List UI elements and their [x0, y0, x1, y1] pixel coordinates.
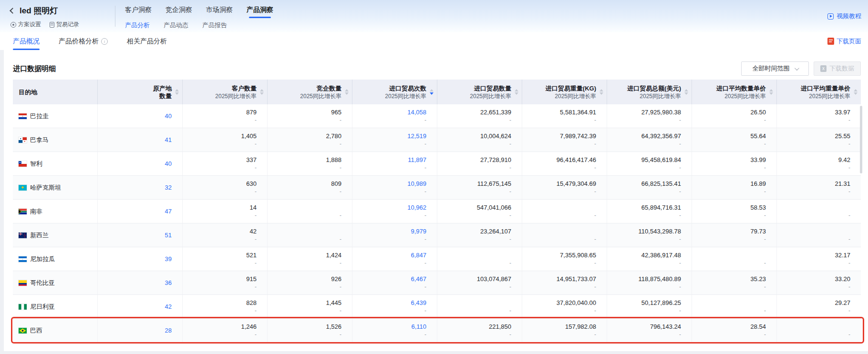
flag-nz-icon	[19, 233, 27, 238]
origin-count-link[interactable]: 39	[165, 255, 172, 263]
sort-icons[interactable]	[599, 89, 603, 95]
cell-growth-rate: -	[424, 117, 426, 124]
sort-icons[interactable]	[260, 89, 264, 95]
trade-count-link[interactable]: 9,979	[411, 227, 426, 235]
column-header[interactable]: 目的地	[13, 80, 98, 104]
sort-icons[interactable]	[345, 89, 349, 95]
quick-link-plan-settings[interactable]: 方案设置	[10, 20, 41, 29]
back-icon[interactable]	[10, 8, 16, 14]
trade-count-link[interactable]: 11,897	[408, 156, 426, 164]
table-row[interactable]: 尼日利亚42828-1,445-6,439--37,820,040.00-50,…	[13, 295, 861, 319]
column-header[interactable]: 原产地数量	[98, 80, 183, 104]
sort-desc-icon[interactable]	[430, 92, 434, 95]
metric-cell: 1,424-	[268, 247, 352, 271]
cell-growth-rate: -	[509, 331, 511, 338]
secondary-nav-item[interactable]: 产品分析	[125, 21, 150, 30]
sort-asc-icon[interactable]	[854, 89, 858, 91]
table-row[interactable]: 智利40337-1,888-11,897-27,728,910-96,416,4…	[13, 152, 861, 176]
sort-icons[interactable]	[515, 89, 518, 95]
destination-cell: 哥伦比亚	[13, 271, 98, 294]
primary-nav-item[interactable]: 竞企洞察	[165, 6, 192, 14]
secondary-nav-item[interactable]: 产品动态	[164, 21, 188, 30]
column-header[interactable]: 进口贸易总额(美元)2025同比增长率	[607, 80, 692, 104]
sort-asc-icon[interactable]	[599, 89, 603, 91]
origin-count-link[interactable]: 41	[165, 136, 172, 144]
sort-asc-icon[interactable]	[515, 89, 518, 91]
column-header[interactable]: 进口平均重量单价2025同比增长率	[777, 80, 861, 104]
trade-count-link[interactable]: 6,467	[411, 275, 426, 283]
tab-item[interactable]: 产品概况	[13, 32, 40, 50]
sort-asc-icon[interactable]	[430, 89, 434, 91]
sort-asc-icon[interactable]	[175, 89, 179, 91]
table-row[interactable]: 哥伦比亚36915-926-6,467-103,074,867-14,951,7…	[13, 271, 861, 295]
origin-count-link[interactable]: 32	[165, 183, 172, 192]
trade-count-link[interactable]: 6,110	[411, 323, 426, 331]
origin-count-link[interactable]: 40	[165, 160, 172, 168]
column-header[interactable]: 进口平均数量单价2025同比增长率	[692, 80, 777, 104]
destination-name: 智利	[30, 160, 42, 168]
trade-count-link[interactable]: 12,519	[407, 132, 426, 140]
sort-desc-icon[interactable]	[345, 92, 349, 95]
origin-count-link[interactable]: 36	[165, 279, 172, 287]
sort-icons[interactable]	[684, 89, 688, 95]
sort-asc-icon[interactable]	[769, 89, 773, 91]
info-icon[interactable]: i	[101, 38, 108, 45]
sort-desc-icon[interactable]	[769, 92, 773, 95]
sort-icons[interactable]	[175, 89, 179, 95]
sort-desc-icon[interactable]	[599, 92, 603, 95]
origin-count-link[interactable]: 28	[165, 326, 172, 334]
table-row[interactable]: 巴西281,246-1,526-6,110-221,850-157,982.08…	[13, 319, 861, 343]
trade-count-link[interactable]: 10,962	[407, 203, 426, 212]
sort-asc-icon[interactable]	[684, 89, 688, 91]
sort-desc-icon[interactable]	[854, 92, 858, 95]
sort-icons[interactable]	[430, 89, 434, 95]
sort-desc-icon[interactable]	[175, 92, 179, 95]
table-scrollbar[interactable]	[860, 106, 862, 173]
column-header[interactable]: 进口贸易数量2025同比增长率	[437, 80, 522, 104]
sort-desc-icon[interactable]	[515, 92, 518, 95]
table-row[interactable]: 哈萨克斯坦32630-809-10,989-112,675,145-15,479…	[13, 176, 861, 200]
sort-desc-icon[interactable]	[684, 92, 688, 95]
sort-asc-icon[interactable]	[260, 89, 264, 91]
primary-nav-item[interactable]: 市场洞察	[206, 6, 233, 14]
cell-value: 16.89	[750, 180, 766, 188]
column-header[interactable]: 进口贸易次数2025同比增长率	[352, 80, 437, 104]
doc-icon	[50, 22, 54, 28]
table-row[interactable]: 巴拿马411,405-2,780-12,519-10,004,624-7,989…	[13, 128, 861, 152]
origin-count-link[interactable]: 51	[165, 231, 172, 239]
table-row[interactable]: 新西兰5142--9,979-23,264,107--110,543,298.7…	[13, 223, 861, 247]
download-data-button[interactable]: 下载数据	[814, 61, 861, 76]
cell-value: 29.27	[835, 299, 850, 307]
origin-count-link[interactable]: 47	[165, 207, 172, 215]
metric-cell: 521-	[183, 247, 268, 271]
tab-item[interactable]: 产品价格分析i	[59, 32, 108, 50]
time-range-select[interactable]: 全部时间范围	[741, 61, 809, 76]
primary-nav-item[interactable]: 客户洞察	[125, 6, 152, 14]
origin-count-link[interactable]: 42	[165, 303, 172, 311]
video-tutorial-link[interactable]: 视频教程	[827, 12, 861, 20]
import-data-card: 进口数据明细 全部时间范围 下载数据 目的地原产地数量客户数量2025同比增长率…	[4, 50, 868, 351]
trade-count-link[interactable]: 14,058	[407, 108, 426, 116]
table-row[interactable]: 尼加拉瓜39521-1,424-6,847--7,355,908.65-42,3…	[13, 247, 861, 271]
column-header[interactable]: 进口贸易重量(KG)2025同比增长率	[522, 80, 607, 104]
sort-icons[interactable]	[769, 89, 773, 95]
quick-link-trade-records[interactable]: 贸易记录	[50, 20, 79, 29]
download-data-label: 下载数据	[829, 64, 854, 73]
cell-value: 879	[246, 108, 257, 116]
secondary-nav-item[interactable]: 产品报告	[202, 21, 227, 30]
column-header[interactable]: 竞企数量2025同比增长率	[268, 80, 352, 104]
sort-desc-icon[interactable]	[260, 92, 264, 95]
sort-asc-icon[interactable]	[345, 89, 349, 91]
tab-item[interactable]: 相关产品分析	[127, 32, 167, 50]
metric-cell: 16.89-	[692, 176, 777, 199]
trade-count-link[interactable]: 10,989	[407, 180, 426, 188]
origin-count-link[interactable]: 40	[165, 112, 172, 120]
primary-nav-item[interactable]: 产品洞察	[247, 6, 273, 14]
table-row[interactable]: 巴拉圭40879-965-14,058-22,651,339-5,581,364…	[13, 104, 861, 128]
trade-count-link[interactable]: 6,439	[411, 299, 426, 307]
sort-icons[interactable]	[854, 89, 858, 95]
column-header[interactable]: 客户数量2025同比增长率	[183, 80, 268, 104]
trade-count-link[interactable]: 6,847	[411, 251, 426, 259]
table-row[interactable]: 南非4714--10,962-547,041,066--65,894,716.3…	[13, 200, 861, 223]
download-page-link[interactable]: 下载页面	[827, 37, 861, 46]
